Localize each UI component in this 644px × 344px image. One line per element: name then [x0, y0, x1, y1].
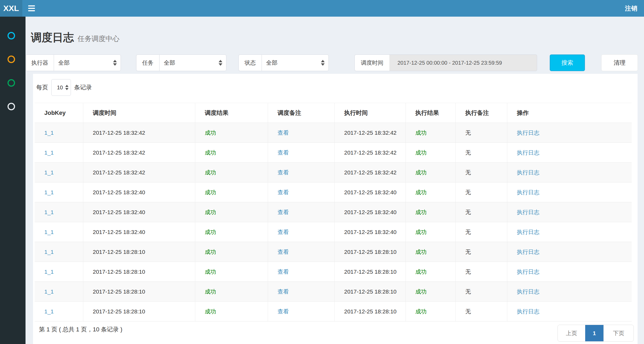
handle-time-cell: 2017-12-25 18:32:42 [334, 143, 406, 163]
exec-log-link[interactable]: 执行日志 [517, 130, 540, 136]
handle-result-cell: 成功 [406, 143, 455, 163]
table-header-row: JobKey 调度时间 调度结果 调度备注 执行时间 执行结果 执行备注 操作 [35, 103, 632, 123]
trigger-result-cell: 成功 [195, 123, 268, 143]
trigger-result-cell: 成功 [195, 202, 268, 222]
executor-select[interactable]: 全部 [54, 54, 121, 71]
handle-time-cell: 2017-12-25 18:28:10 [334, 282, 406, 302]
jobkey-link[interactable]: 1_1 [44, 130, 54, 136]
sidebar-item-3[interactable] [0, 71, 26, 95]
handle-result-text: 成功 [415, 288, 427, 295]
job-filter-label: 任务 [136, 54, 159, 71]
jobkey-cell: 1_1 [35, 302, 83, 321]
view-remark-link[interactable]: 查看 [278, 149, 289, 156]
handle-remark-cell: 无 [455, 262, 507, 282]
trigger-time-cell: 2017-12-25 18:32:42 [83, 163, 195, 182]
handle-remark-cell: 无 [455, 202, 507, 222]
jobkey-link[interactable]: 1_1 [44, 209, 54, 215]
trigger-result-text: 成功 [205, 249, 216, 255]
prev-page-button[interactable]: 上页 [558, 325, 585, 341]
handle-result-text: 成功 [415, 130, 427, 136]
app-logo[interactable]: XXL [0, 0, 22, 17]
trigger-remark-cell: 查看 [268, 282, 334, 302]
handle-result-cell: 成功 [406, 123, 455, 143]
sidebar [0, 17, 26, 344]
column-header-jobkey: JobKey [35, 103, 83, 123]
select-arrows-icon [65, 85, 68, 90]
action-cell: 执行日志 [507, 143, 632, 163]
sidebar-item-4[interactable] [0, 95, 26, 118]
exec-log-link[interactable]: 执行日志 [517, 149, 540, 156]
trigger-result-cell: 成功 [195, 302, 268, 321]
table-row: 1_1 2017-12-25 18:32:40 成功 查看 2017-12-25… [35, 222, 632, 242]
menu-circle-icon [8, 32, 15, 39]
exec-log-link[interactable]: 执行日志 [517, 249, 540, 255]
handle-result-text: 成功 [415, 308, 427, 314]
job-select-value: 全部 [164, 59, 219, 67]
jobkey-link[interactable]: 1_1 [44, 308, 54, 314]
per-page-select[interactable]: 10 [51, 79, 71, 96]
job-select[interactable]: 全部 [159, 54, 226, 71]
job-filter-group: 任务 全部 [136, 54, 226, 71]
table-row: 1_1 2017-12-25 18:32:42 成功 查看 2017-12-25… [35, 163, 632, 182]
jobkey-cell: 1_1 [35, 282, 83, 302]
view-remark-link[interactable]: 查看 [278, 249, 289, 255]
view-remark-link[interactable]: 查看 [278, 209, 289, 215]
view-remark-link[interactable]: 查看 [278, 229, 289, 235]
exec-log-link[interactable]: 执行日志 [517, 189, 540, 195]
view-remark-link[interactable]: 查看 [278, 189, 289, 195]
search-button[interactable]: 搜索 [550, 54, 585, 71]
exec-log-link[interactable]: 执行日志 [517, 169, 540, 175]
exec-log-link[interactable]: 执行日志 [517, 209, 540, 215]
jobkey-link[interactable]: 1_1 [44, 249, 54, 255]
jobkey-link[interactable]: 1_1 [44, 149, 54, 156]
jobkey-link[interactable]: 1_1 [44, 269, 54, 275]
jobkey-link[interactable]: 1_1 [44, 189, 54, 195]
jobkey-link[interactable]: 1_1 [44, 169, 54, 175]
table-row: 1_1 2017-12-25 18:32:42 成功 查看 2017-12-25… [35, 123, 632, 143]
status-select[interactable]: 全部 [262, 54, 329, 71]
logout-button[interactable]: 注销 [625, 0, 637, 17]
exec-log-link[interactable]: 执行日志 [517, 288, 540, 295]
action-cell: 执行日志 [507, 262, 632, 282]
hamburger-icon [28, 8, 35, 9]
handle-remark-cell: 无 [455, 163, 507, 182]
trigger-result-cell: 成功 [195, 242, 268, 262]
view-remark-link[interactable]: 查看 [278, 288, 289, 295]
exec-log-link[interactable]: 执行日志 [517, 229, 540, 235]
trigger-result-text: 成功 [205, 189, 216, 195]
current-page-button[interactable]: 1 [585, 325, 603, 341]
view-remark-link[interactable]: 查看 [278, 269, 289, 275]
next-page-button[interactable]: 下页 [603, 325, 634, 341]
select-arrows-icon [113, 60, 117, 66]
jobkey-cell: 1_1 [35, 202, 83, 222]
jobkey-link[interactable]: 1_1 [44, 229, 54, 235]
clean-button[interactable]: 清理 [601, 54, 638, 71]
trigger-result-cell: 成功 [195, 262, 268, 282]
select-arrows-icon [219, 60, 222, 66]
handle-remark-cell: 无 [455, 302, 507, 321]
view-remark-link[interactable]: 查看 [278, 169, 289, 175]
trigger-time-range-input[interactable]: 2017-12-25 00:00:00 - 2017-12-25 23:59:5… [389, 54, 537, 71]
status-filter-label: 状态 [238, 54, 262, 71]
trigger-result-text: 成功 [205, 169, 216, 175]
jobkey-link[interactable]: 1_1 [44, 288, 54, 295]
view-remark-link[interactable]: 查看 [278, 308, 289, 314]
jobkey-cell: 1_1 [35, 123, 83, 143]
pagination: 上页 1 下页 [558, 325, 634, 342]
trigger-remark-cell: 查看 [268, 242, 334, 262]
trigger-result-text: 成功 [205, 130, 216, 136]
handle-result-text: 成功 [415, 269, 427, 275]
exec-log-link[interactable]: 执行日志 [517, 269, 540, 275]
trigger-time-cell: 2017-12-25 18:28:10 [83, 242, 195, 262]
trigger-remark-cell: 查看 [268, 302, 334, 321]
per-page-prefix-label: 每页 [36, 83, 48, 92]
column-header-trigger-result: 调度结果 [195, 103, 268, 123]
exec-log-link[interactable]: 执行日志 [517, 308, 540, 314]
handle-result-cell: 成功 [406, 222, 455, 242]
hamburger-icon [28, 5, 35, 6]
sidebar-toggle-button[interactable] [28, 0, 42, 17]
sidebar-item-2[interactable] [0, 47, 26, 71]
handle-result-text: 成功 [415, 229, 427, 235]
sidebar-item-1[interactable] [0, 24, 26, 47]
view-remark-link[interactable]: 查看 [278, 130, 289, 136]
